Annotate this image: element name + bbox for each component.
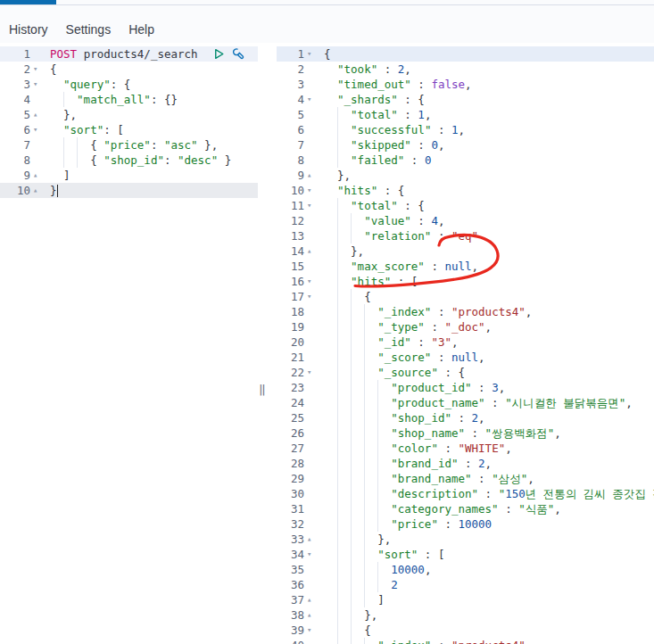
indent-space	[324, 562, 337, 577]
fold-arrow-icon[interactable]: ▾	[304, 46, 318, 62]
code-token: {	[50, 62, 57, 76]
fold-arrow-icon[interactable]: ▾	[30, 122, 44, 137]
code-token: ,	[459, 123, 466, 136]
response-line: 9▴},	[277, 168, 654, 183]
code-text: "product_name" : "시니컬한 불닭볶음면",	[318, 395, 633, 410]
fold-arrow-icon[interactable]: ▾	[304, 92, 318, 107]
tab-bar-divider	[0, 0, 654, 5]
indent-guide	[364, 501, 377, 516]
fold-arrow-icon[interactable]: ▴	[304, 168, 318, 183]
indent-space	[324, 380, 337, 395]
request-line[interactable]: 4"match_all": {}	[0, 92, 258, 107]
indent-space	[324, 137, 337, 153]
code-text: }	[44, 183, 58, 198]
code-token: "3"	[431, 335, 451, 349]
indent-guide	[337, 592, 351, 607]
code-text: },	[318, 532, 391, 547]
code-text: "brand_id" : 2,	[318, 456, 492, 471]
fold-arrow-icon[interactable]: ▴	[30, 107, 44, 122]
menu-settings[interactable]: Settings	[66, 22, 112, 37]
resizer-grip-icon[interactable]: ‖	[259, 383, 266, 396]
indent-guide	[337, 425, 351, 441]
code-token: :	[431, 639, 451, 644]
code-text: { "price": "asc" },	[44, 137, 218, 153]
line-number: 7	[0, 137, 30, 153]
fold-arrow-icon[interactable]: ▾	[30, 77, 44, 92]
indent-guide	[377, 562, 391, 577]
code-token: 2	[391, 578, 398, 591]
fold-arrow-icon[interactable]: ▴	[30, 183, 44, 198]
response-line: 23"product_id" : 3,	[277, 380, 654, 395]
indent-guide	[351, 577, 364, 592]
code-token: 2	[478, 457, 485, 470]
line-number: 6	[0, 122, 30, 137]
code-token: :	[485, 396, 506, 409]
panel-resizer[interactable]: ‖	[258, 43, 277, 644]
request-editor[interactable]: 1POST products4/_search2▾{3▾"query": {4"…	[0, 43, 258, 644]
line-number: 12	[277, 213, 304, 228]
request-line[interactable]: 8{ "shop_id": "desc" }	[0, 153, 258, 168]
indent-guide	[337, 274, 351, 289]
menu-help[interactable]: Help	[128, 22, 154, 37]
response-line: 40"_index" : "products4",	[277, 638, 654, 644]
fold-arrow-icon[interactable]: ▾	[304, 198, 318, 213]
indent-guide	[337, 380, 351, 395]
indent-guide	[337, 334, 351, 350]
fold-arrow-icon[interactable]: ▴	[304, 244, 318, 259]
indent-guide	[337, 501, 351, 516]
line-number: 17	[277, 289, 304, 304]
request-line[interactable]: 3▾"query": {	[0, 77, 258, 92]
indent-guide	[377, 501, 391, 516]
request-line[interactable]: 5▴},	[0, 107, 258, 122]
fold-arrow-icon[interactable]: ▾	[304, 289, 318, 304]
line-number: 30	[277, 486, 304, 501]
code-text: "_index" : "products4",	[318, 638, 532, 644]
indent-guide	[377, 486, 391, 501]
request-line[interactable]: 2▾{	[0, 62, 258, 77]
request-line[interactable]: 7{ "price": "asc" },	[0, 137, 258, 153]
fold-arrow-icon[interactable]: ▴	[304, 607, 318, 623]
fold-arrow-icon[interactable]: ▾	[304, 547, 318, 562]
indent-guide	[337, 153, 351, 168]
code-token: {	[324, 47, 331, 61]
code-token: : [	[418, 548, 444, 561]
indent-guide	[364, 592, 377, 607]
code-text: },	[44, 107, 77, 122]
line-number: 37	[277, 592, 304, 607]
fold-arrow-icon[interactable]: ▾	[30, 62, 44, 77]
line-number: 5	[0, 107, 30, 122]
code-token: "max_score"	[351, 260, 425, 273]
menu-history[interactable]: History	[9, 22, 48, 37]
line-number: 15	[277, 259, 304, 274]
code-text: "value" : 4,	[318, 213, 444, 228]
code-text: "_type" : "_doc",	[318, 319, 492, 334]
fold-arrow-icon[interactable]: ▴	[304, 592, 318, 607]
indent-guide	[351, 350, 364, 365]
fold-arrow-icon[interactable]: ▾	[304, 274, 318, 289]
request-line[interactable]: 6▾"sort": [	[0, 122, 258, 137]
fold-arrow-icon[interactable]: ▴	[304, 532, 318, 547]
fold-arrow-icon[interactable]: ▾	[304, 623, 318, 638]
request-line[interactable]: 9▴]	[0, 168, 258, 183]
response-line: 39▾{	[277, 623, 654, 638]
indent-guide	[351, 456, 364, 471]
fold-arrow-icon[interactable]: ▴	[30, 168, 44, 183]
code-token: ,	[526, 639, 533, 644]
response-line: 27"color" : "WHITE",	[277, 441, 654, 456]
wrench-icon[interactable]	[232, 47, 245, 61]
indent-space	[324, 62, 337, 77]
fold-arrow-icon[interactable]: ▾	[304, 183, 318, 198]
play-icon[interactable]	[212, 47, 226, 61]
code-token: ,	[478, 411, 485, 425]
response-line: 24"product_name" : "시니컬한 불닭볶음면",	[277, 395, 654, 410]
indent-guide	[364, 334, 377, 350]
fold-arrow-icon[interactable]: ▾	[304, 365, 318, 380]
code-text: "skipped" : 0,	[318, 137, 444, 153]
active-tab-indicator	[0, 0, 56, 4]
code-token: "_shards"	[337, 93, 398, 106]
indent-guide	[364, 456, 377, 471]
response-line: 7"skipped" : 0,	[277, 137, 654, 153]
code-text: },	[318, 244, 364, 259]
indent-guide	[351, 334, 364, 350]
request-line[interactable]: 10▴}	[0, 183, 258, 198]
